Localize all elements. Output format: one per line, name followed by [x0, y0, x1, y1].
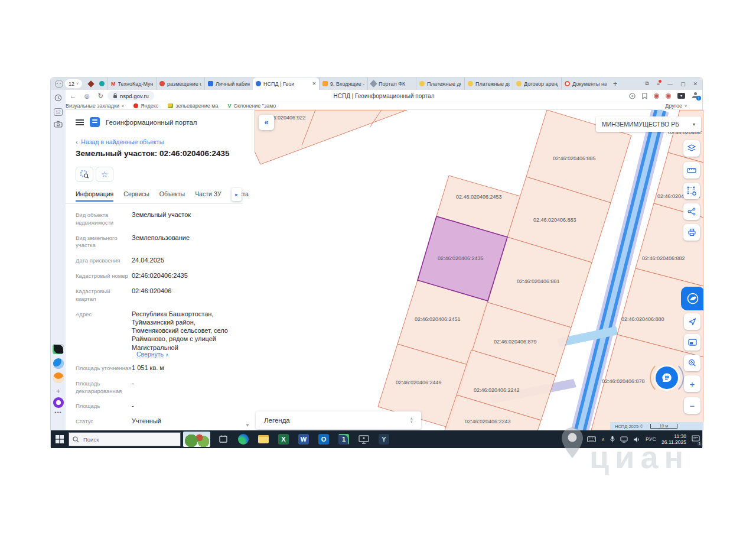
- parcel-label: 02:46:020406:882: [642, 255, 685, 261]
- tab-close-icon[interactable]: ✕: [312, 81, 316, 86]
- assistant-badge-button[interactable]: [681, 287, 703, 310]
- tab-portal-fk[interactable]: Портал ФК: [367, 77, 416, 90]
- parcel-label: 02:46:020406:2243: [465, 419, 511, 424]
- weather-widget-image[interactable]: [183, 432, 210, 447]
- field-row: Площадь декларированная-: [76, 379, 247, 395]
- search-icon: [688, 359, 696, 367]
- extension-icon[interactable]: [666, 93, 671, 99]
- start-button[interactable]: [51, 430, 69, 448]
- layers-button[interactable]: [683, 140, 700, 157]
- tabs-overflow-arrow[interactable]: ▸: [232, 188, 242, 201]
- downloads-icon[interactable]: ▾: [677, 93, 685, 99]
- tab-favicon: [159, 81, 165, 86]
- back-to-results-link[interactable]: ‹ Назад в найденные объекты: [76, 138, 164, 145]
- bookmarks-12-icon[interactable]: 12: [51, 105, 66, 116]
- sidebar-app-blue-icon[interactable]: [51, 358, 66, 371]
- legend-bar[interactable]: Легенда ∧∨: [256, 411, 421, 429]
- sidebar-add-icon[interactable]: +: [51, 387, 66, 395]
- panel-collapse-button[interactable]: «: [259, 115, 274, 130]
- tab-nspd-active[interactable]: НСПД | Геои✕: [253, 77, 319, 90]
- 1c-app-icon[interactable]: 1: [337, 432, 351, 446]
- tab-dokumenty[interactable]: Документы на: [561, 77, 610, 90]
- measure-button[interactable]: [683, 162, 700, 179]
- tab-razmeshenie[interactable]: размещение от: [156, 77, 204, 90]
- map-search-button[interactable]: [684, 355, 700, 371]
- zoom-to-object-button[interactable]: [76, 167, 93, 182]
- parcel-fields: Вид объекта недвижимостиЗемельный участо…: [76, 210, 247, 432]
- locate-me-button[interactable]: [684, 313, 700, 330]
- pinned-tab-icon[interactable]: [87, 80, 94, 87]
- site-info-icon[interactable]: ◎: [84, 93, 90, 99]
- history-clock-icon[interactable]: [51, 93, 66, 104]
- search-input[interactable]: [82, 436, 153, 443]
- sidebar-mail-icon[interactable]: [51, 372, 66, 385]
- visual-bookmarks[interactable]: Визуальные закладки˅: [66, 103, 124, 109]
- bookmark-zelevarenie[interactable]: зельеварение ма: [168, 103, 218, 109]
- bookmark-flag-icon[interactable]: [642, 93, 647, 99]
- minimap-button[interactable]: [684, 334, 700, 351]
- edge-browser-icon[interactable]: [236, 432, 250, 446]
- zoom-in-button[interactable]: +: [684, 375, 700, 392]
- tab-information[interactable]: Информация: [76, 190, 113, 202]
- panel-tabs: Информация Сервисы Объекты Части ЗУ Сост…: [76, 190, 249, 202]
- minimize-button[interactable]: —: [667, 81, 673, 87]
- tab-payment-docs-2[interactable]: Платежные док: [464, 77, 513, 90]
- taskbar-search[interactable]: [69, 432, 181, 446]
- bookmark-yandex[interactable]: Яндекс: [133, 103, 158, 109]
- share-button[interactable]: [683, 203, 700, 220]
- notification-center-icon[interactable]: 1: [692, 434, 700, 445]
- tab-payment-docs-1[interactable]: Платежные док: [416, 77, 464, 90]
- cadastral-map[interactable]: 02:46:020406:922 02:46:020406:885 02:46:…: [255, 110, 703, 430]
- browser-side-strip: 12 + •••: [51, 90, 66, 442]
- divider: [66, 203, 243, 204]
- bookmarks-other[interactable]: Другое˅: [665, 103, 687, 109]
- extension-icon[interactable]: [654, 93, 659, 99]
- tab-lichny-kabinet[interactable]: Личный кабине: [204, 77, 253, 90]
- window-controls: ⧉ ≡ — ▢ ✕: [645, 77, 698, 90]
- tab-technokad[interactable]: MТехноКад-Муни: [107, 77, 156, 90]
- legend-expand-icon[interactable]: ∧∨: [410, 417, 413, 423]
- tab-counter[interactable]: 12˅: [65, 79, 82, 88]
- favorite-star-button[interactable]: ☆: [96, 167, 113, 182]
- screenshot-camera-icon[interactable]: [51, 119, 66, 130]
- area-select-button[interactable]: [683, 183, 700, 199]
- menu-icon[interactable]: ≡: [657, 81, 660, 87]
- profile-icon[interactable]: 1: [692, 92, 699, 99]
- field-row: Кадастровый квартал02:46:020406: [76, 287, 247, 303]
- pinned-tab-icon[interactable]: [99, 81, 105, 86]
- sidebar-toggle-icon[interactable]: ⧉: [645, 80, 649, 87]
- sidebar-more-icon[interactable]: •••: [51, 410, 66, 416]
- word-icon[interactable]: W: [296, 432, 311, 446]
- excel-icon[interactable]: X: [276, 432, 291, 446]
- reload-icon[interactable]: ↻: [98, 92, 103, 100]
- chat-button[interactable]: [656, 367, 678, 389]
- layer-dropdown[interactable]: МИНЗЕМИМУЩЕСТВО РБ▾: [596, 116, 701, 132]
- close-button[interactable]: ✕: [693, 81, 698, 87]
- outlook-icon[interactable]: O: [317, 432, 331, 446]
- remote-desktop-icon[interactable]: [357, 432, 371, 446]
- tab-services[interactable]: Сервисы: [123, 190, 149, 202]
- print-button[interactable]: [683, 224, 700, 241]
- maximize-button[interactable]: ▢: [680, 81, 686, 87]
- tab-objects[interactable]: Объекты: [159, 190, 185, 202]
- tab-inbox[interactable]: 9. Входящие —: [319, 77, 367, 90]
- yandex-browser-icon[interactable]: Y: [377, 432, 391, 446]
- star-icon: ☆: [101, 170, 109, 179]
- tab-dogovor[interactable]: Договор аренд: [513, 77, 561, 90]
- browser-logo-icon[interactable]: [55, 80, 63, 88]
- tab-parts[interactable]: Части ЗУ: [195, 190, 221, 202]
- url-field[interactable]: nspd.gov.ru: [107, 91, 154, 100]
- bookmark-sklonenie[interactable]: VСклонение "замо: [227, 103, 276, 109]
- task-view-icon[interactable]: [216, 432, 230, 446]
- alice-assistant-icon[interactable]: [51, 397, 66, 410]
- new-tab-button[interactable]: +: [613, 80, 617, 88]
- sidebar-app-dark-icon[interactable]: [51, 344, 66, 356]
- panel-scroll-down-icon[interactable]: ▼: [245, 423, 250, 428]
- zoom-out-button[interactable]: −: [684, 397, 700, 414]
- watermark-pin-icon: [560, 427, 585, 459]
- browser-tab-bar: 12˅ MТехноКад-Муни размещение от Личный …: [51, 77, 702, 90]
- back-icon[interactable]: ←: [70, 92, 76, 99]
- hamburger-menu-icon[interactable]: [76, 119, 84, 125]
- file-explorer-icon[interactable]: [256, 432, 271, 446]
- translate-icon[interactable]: [629, 93, 636, 99]
